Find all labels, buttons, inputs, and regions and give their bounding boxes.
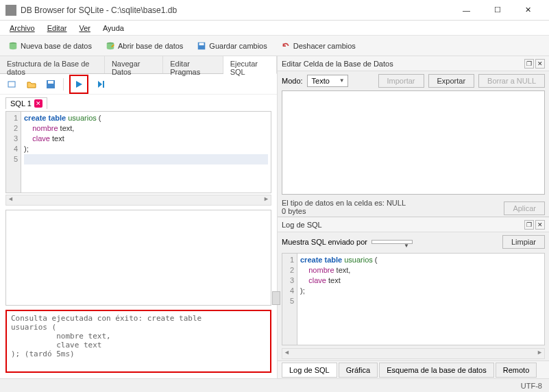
- log-close-icon[interactable]: ✕: [535, 220, 545, 230]
- execute-line-button[interactable]: [94, 77, 108, 91]
- statusbar: UTF-8: [0, 378, 549, 392]
- log-sender-label: Muestra SQL enviado por: [282, 238, 367, 246]
- menu-archivo[interactable]: Archivo: [4, 23, 40, 34]
- titlebar: DB Browser for SQLite - C:\sqlite\base1.…: [0, 0, 549, 21]
- log-undock-icon[interactable]: ❐: [524, 220, 534, 230]
- edit-cell-panel: Editar Celda de la Base de Datos ❐ ✕ Mod…: [278, 56, 549, 217]
- undo-changes-button[interactable]: Deshacer cambios: [277, 39, 360, 53]
- btab-grafica[interactable]: Gráfica: [339, 363, 378, 378]
- sql-log-panel: Log de SQL ❐ ✕ Muestra SQL enviado por L…: [278, 217, 549, 378]
- log-panel-header: Log de SQL ❐ ✕: [278, 217, 549, 232]
- modo-label: Modo:: [282, 77, 303, 85]
- execute-highlight: [69, 75, 88, 94]
- menu-ayuda[interactable]: Ayuda: [97, 23, 130, 34]
- open-db-button[interactable]: Abrir base de datos: [101, 39, 187, 53]
- separator: [63, 78, 64, 90]
- save-changes-button[interactable]: Guardar cambios: [193, 39, 271, 53]
- btab-log[interactable]: Log de SQL: [282, 363, 337, 378]
- main-toolbar: Nueva base de datos Abrir base de datos …: [0, 36, 549, 56]
- cell-text-editor[interactable]: [282, 90, 545, 195]
- cell-panel-header: Editar Celda de la Base de Datos ❐ ✕: [278, 56, 549, 71]
- limpiar-button[interactable]: Limpiar: [502, 235, 545, 249]
- borrar-null-button[interactable]: Borrar a NULL: [478, 74, 545, 88]
- right-pane: Editar Celda de la Base de Datos ❐ ✕ Mod…: [278, 56, 549, 378]
- svg-rect-7: [103, 81, 104, 88]
- importar-button[interactable]: Importar: [378, 74, 424, 88]
- main-tabs: Estructura de la Base de datos Navegar D…: [0, 56, 277, 74]
- window-title: DB Browser for SQLite - C:\sqlite\base1.…: [21, 5, 451, 15]
- btab-esquema[interactable]: Esquema de la base de datos: [379, 363, 494, 378]
- grid-side-button[interactable]: [272, 291, 280, 305]
- btab-remoto[interactable]: Remoto: [496, 363, 537, 378]
- tab-ejecutar[interactable]: Ejecutar SQL: [223, 56, 277, 74]
- query-results-grid: [5, 210, 271, 306]
- tab-estructura[interactable]: Estructura de la Base de datos: [0, 56, 105, 73]
- save-file-icon[interactable]: [44, 77, 58, 91]
- log-sender-combo[interactable]: [371, 240, 413, 244]
- app-icon: [5, 5, 16, 16]
- modo-combo[interactable]: Texto: [307, 75, 348, 87]
- execute-button[interactable]: [72, 77, 86, 91]
- undock-icon[interactable]: ❐: [524, 59, 534, 69]
- log-hscroll[interactable]: [282, 348, 545, 359]
- cell-type-info: El tipo de datos en la celda es: NULL: [282, 199, 504, 207]
- svg-rect-3: [199, 42, 204, 45]
- close-tab-icon[interactable]: ✕: [34, 99, 42, 108]
- menubar: Archivo Editar Ver Ayuda: [0, 21, 549, 36]
- log-gutter: 12345: [282, 254, 297, 345]
- menu-editar[interactable]: Editar: [42, 23, 73, 34]
- sql-tab-1[interactable]: SQL 1✕: [5, 97, 47, 109]
- exportar-button[interactable]: Exportar: [428, 74, 475, 88]
- svg-rect-4: [8, 82, 15, 87]
- bottom-tabs: Log de SQL Gráfica Esquema de la base de…: [278, 360, 549, 378]
- left-pane: Estructura de la Base de datos Navegar D…: [0, 56, 278, 378]
- tab-navegar[interactable]: Navegar Datos: [105, 56, 163, 73]
- sql-editor[interactable]: 12345 create table usuarios ( nombre tex…: [5, 111, 271, 193]
- aplicar-button[interactable]: Aplicar: [504, 201, 545, 215]
- result-message: Consulta ejecutada con éxito: create tab…: [5, 310, 271, 373]
- menu-ver[interactable]: Ver: [73, 23, 96, 34]
- code-area[interactable]: create table usuarios ( nombre text, cla…: [21, 112, 271, 193]
- maximize-button[interactable]: ☐: [482, 3, 513, 18]
- new-db-button[interactable]: Nueva base de datos: [4, 39, 96, 53]
- cell-size-info: 0 bytes: [282, 207, 504, 215]
- close-button[interactable]: ✕: [513, 3, 544, 18]
- encoding-label: UTF-8: [521, 382, 542, 390]
- main-area: Estructura de la Base de datos Navegar D…: [0, 56, 549, 378]
- editor-hscroll[interactable]: [5, 195, 271, 206]
- tab-pragmas[interactable]: Editar Pragmas: [163, 56, 223, 73]
- line-gutter: 12345: [6, 112, 21, 193]
- log-code-area: create table usuarios ( nombre text, cla…: [297, 254, 544, 345]
- log-code-viewer: 12345 create table usuarios ( nombre tex…: [282, 253, 545, 345]
- new-tab-icon[interactable]: [5, 77, 19, 91]
- svg-rect-6: [48, 81, 53, 84]
- minimize-button[interactable]: —: [451, 3, 482, 18]
- panel-close-icon[interactable]: ✕: [535, 59, 545, 69]
- open-file-icon[interactable]: [25, 77, 38, 91]
- sql-file-tabs: SQL 1✕: [0, 95, 277, 111]
- sql-toolbar: [0, 74, 277, 95]
